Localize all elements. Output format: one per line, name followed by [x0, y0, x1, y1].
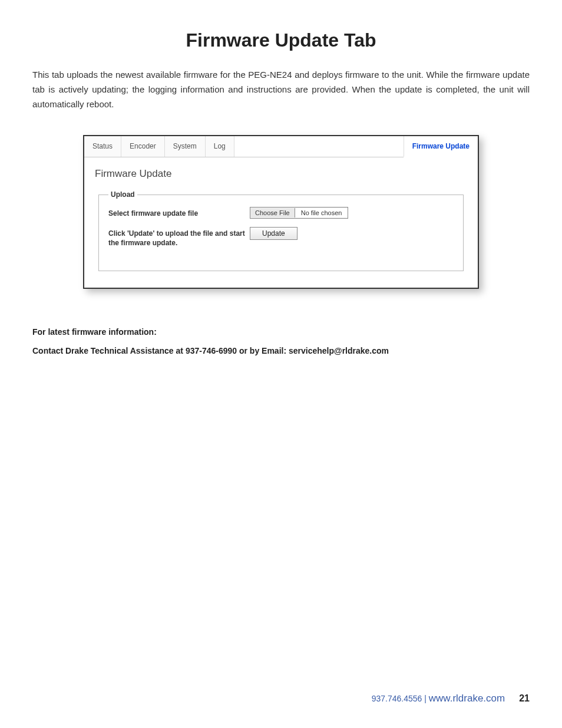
file-chosen-state: No file chosen [295, 208, 348, 218]
tab-log[interactable]: Log [206, 136, 234, 157]
file-input[interactable]: Choose File No file chosen [250, 207, 348, 219]
footer-url: www.rldrake.com [429, 693, 505, 704]
info-block: For latest firmware information: Contact… [32, 324, 530, 359]
firmware-panel: Status Encoder System Log Firmware Updat… [83, 135, 479, 288]
intro-paragraph: This tab uploads the newest available fi… [32, 68, 530, 111]
update-instruction-label: Click 'Update' to upload the file and st… [108, 227, 250, 248]
info-line-2: Contact Drake Technical Assistance at 93… [32, 343, 530, 359]
page-footer: 937.746.4556 | www.rldrake.com 21 [372, 693, 530, 704]
select-file-label: Select firmware update file [108, 207, 250, 218]
choose-file-button[interactable]: Choose File [250, 208, 295, 218]
panel-heading: Firmware Update [95, 168, 467, 180]
update-button[interactable]: Update [250, 227, 297, 240]
tab-status[interactable]: Status [84, 136, 121, 157]
page-number: 21 [519, 693, 530, 704]
page-title: Firmware Update Tab [32, 29, 530, 51]
footer-separator: | [424, 694, 427, 703]
footer-phone: 937.746.4556 [372, 694, 422, 703]
info-line-1: For latest firmware information: [32, 324, 530, 340]
upload-fieldset: Upload Select firmware update file Choos… [98, 190, 464, 271]
tab-firmware-update[interactable]: Firmware Update [404, 136, 478, 157]
tab-encoder[interactable]: Encoder [121, 136, 165, 157]
upload-legend: Upload [108, 190, 137, 199]
tab-system[interactable]: System [165, 136, 206, 157]
tab-bar: Status Encoder System Log Firmware Updat… [84, 136, 478, 157]
